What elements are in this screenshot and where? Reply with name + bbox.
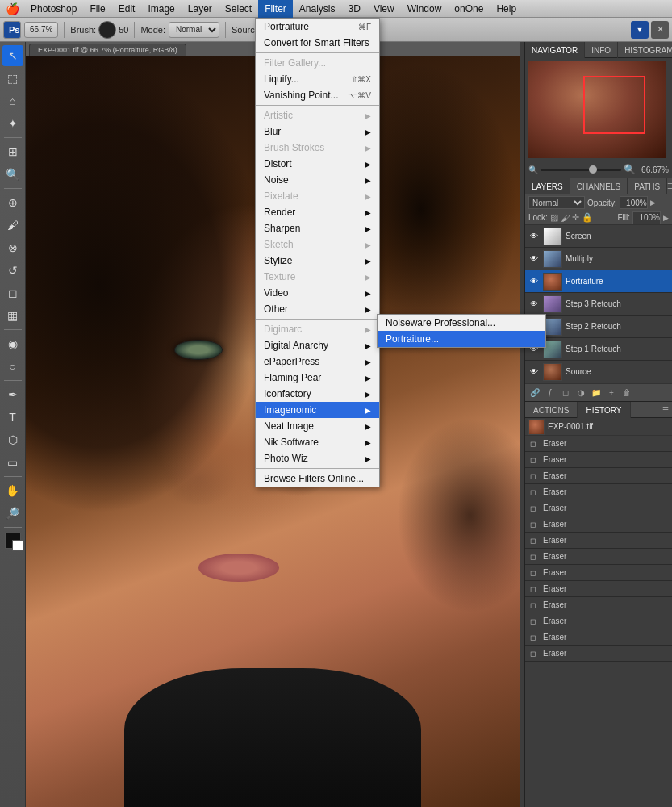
menu-onone[interactable]: onOne [448, 0, 490, 18]
fmenu-video[interactable]: Video ▶ [256, 285, 379, 301]
menu-edit[interactable]: Edit [112, 0, 142, 18]
tool-blur[interactable]: ◉ [2, 333, 23, 354]
blend-mode-select[interactable]: Normal [528, 196, 585, 209]
fill-input[interactable] [632, 211, 661, 224]
zoom-slider[interactable] [541, 169, 621, 171]
layer-delete-btn[interactable]: 🗑 [620, 387, 633, 399]
layer-row-multiply[interactable]: 👁 Multiply [525, 248, 672, 270]
tab-layers[interactable]: LAYERS [525, 178, 570, 194]
layer-adj-btn[interactable]: ◑ [574, 387, 587, 399]
smenu-noiseware[interactable]: Noiseware Professional... [378, 315, 545, 331]
layer-row-step3[interactable]: 👁 Step 3 Retouch [525, 293, 672, 316]
fmenu-liquify[interactable]: Liquify... ⇧⌘X [256, 71, 379, 87]
lock-image-btn[interactable]: 🖌 [561, 213, 570, 223]
tool-path[interactable]: ⬡ [2, 429, 23, 450]
current-layer-btn[interactable]: ▼ [631, 21, 649, 39]
history-item-8[interactable]: ◻Eraser [525, 565, 672, 581]
tab-histogram[interactable]: HISTOGRAM [618, 42, 672, 58]
zoom-slider-thumb[interactable] [589, 165, 597, 174]
lock-all-btn[interactable]: 🔒 [582, 212, 593, 223]
layer-mask-btn[interactable]: ◻ [559, 387, 572, 399]
menu-image[interactable]: Image [141, 0, 181, 18]
fmenu-vanishing-point[interactable]: Vanishing Point... ⌥⌘V [256, 87, 379, 103]
fmenu-render[interactable]: Render ▶ [256, 204, 379, 220]
history-item-11[interactable]: ◻Eraser [525, 613, 672, 629]
layer-visibility-step3[interactable]: 👁 [528, 299, 540, 310]
history-item-7[interactable]: ◻Eraser [525, 549, 672, 565]
menu-layer[interactable]: Layer [182, 0, 219, 18]
tool-text[interactable]: T [2, 407, 23, 428]
history-item-5[interactable]: ◻Eraser [525, 516, 672, 533]
lock-transparent-btn[interactable]: ▨ [550, 212, 558, 223]
fmenu-sharpen[interactable]: Sharpen ▶ [256, 220, 379, 236]
menu-analysis[interactable]: Analysis [293, 0, 342, 18]
tool-zoom[interactable]: 🔎 [2, 503, 23, 524]
fmenu-epaperpress[interactable]: ePaperPress ▶ [256, 353, 379, 370]
menu-3d[interactable]: 3D [342, 0, 367, 18]
tool-brush[interactable]: 🖌 [2, 215, 23, 236]
menu-view[interactable]: View [367, 0, 401, 18]
layer-row-portraiture[interactable]: 👁 Portraiture [525, 270, 672, 293]
tool-heal[interactable]: ⊕ [2, 192, 23, 213]
tool-eraser[interactable]: ◻ [2, 282, 23, 303]
tab-info[interactable]: INFO [585, 42, 618, 58]
fmenu-distort[interactable]: Distort ▶ [256, 156, 379, 172]
layer-style-btn[interactable]: ƒ [544, 387, 557, 399]
zoom-in-btn[interactable]: 🔍 [624, 164, 636, 175]
layer-row-source[interactable]: 👁 Source [525, 361, 672, 383]
canvas-tab[interactable]: EXP-0001.tif @ 66.7% (Portraiture, RGB/8… [29, 44, 186, 56]
history-item-6[interactable]: ◻Eraser [525, 533, 672, 549]
tool-lasso[interactable]: ⌂ [2, 90, 23, 111]
history-item-4[interactable]: ◻Eraser [525, 500, 672, 516]
tool-pen[interactable]: ✒ [2, 384, 23, 405]
fill-arrow[interactable]: ▶ [663, 214, 669, 222]
tool-gradient[interactable]: ▦ [2, 305, 23, 326]
tool-magic-wand[interactable]: ✦ [2, 113, 23, 134]
menu-photoshop[interactable]: Photoshop [24, 0, 83, 18]
history-item-10[interactable]: ◻Eraser [525, 597, 672, 613]
fmenu-neat-image[interactable]: Neat Image ▶ [256, 418, 379, 434]
brush-preview[interactable] [98, 21, 116, 39]
layer-link-btn[interactable]: 🔗 [528, 387, 541, 399]
layer-visibility-portraiture[interactable]: 👁 [528, 276, 540, 287]
layers-menu-btn[interactable]: ☰ [667, 182, 672, 190]
fmenu-convert-smart[interactable]: Convert for Smart Filters [256, 35, 379, 51]
fmenu-stylize[interactable]: Stylize ▶ [256, 253, 379, 269]
tab-actions[interactable]: ACTIONS [525, 402, 578, 418]
layer-visibility-multiply[interactable]: 👁 [528, 253, 540, 265]
layer-row-screen[interactable]: 👁 Screen [525, 225, 672, 248]
tab-paths[interactable]: PATHS [628, 178, 667, 194]
tool-crop[interactable]: ⊞ [2, 141, 23, 162]
tab-channels[interactable]: CHANNELS [570, 178, 628, 194]
history-item-12[interactable]: ◻Eraser [525, 629, 672, 646]
history-item-13[interactable]: ◻Eraser [525, 646, 672, 662]
tool-hand[interactable]: ✋ [2, 480, 23, 501]
zoom-out-btn[interactable]: 🔍 [528, 165, 538, 174]
menu-filter[interactable]: Filter [258, 0, 293, 18]
fmenu-flaming-pear[interactable]: Flaming Pear ▶ [256, 370, 379, 386]
layer-group-btn[interactable]: 📁 [590, 387, 603, 399]
opacity-input[interactable] [620, 196, 648, 209]
history-item-0[interactable]: ◻Eraser [525, 436, 672, 452]
menu-file[interactable]: File [83, 0, 111, 18]
history-menu-btn[interactable]: ☰ [662, 406, 669, 414]
tab-navigator[interactable]: NAVIGATOR [525, 42, 585, 58]
fmenu-noise[interactable]: Noise ▶ [256, 172, 379, 188]
layer-new-btn[interactable]: + [605, 387, 618, 399]
fmenu-nik-software[interactable]: Nik Software ▶ [256, 434, 379, 450]
menu-window[interactable]: Window [401, 0, 449, 18]
fmenu-browse-filters[interactable]: Browse Filters Online... [256, 470, 379, 487]
layer-visibility-screen[interactable]: 👁 [528, 231, 540, 242]
history-item-2[interactable]: ◻Eraser [525, 468, 672, 484]
tool-history-brush[interactable]: ↺ [2, 260, 23, 281]
tool-move[interactable]: ↖ [2, 45, 23, 66]
history-item-9[interactable]: ◻Eraser [525, 581, 672, 597]
apple-menu[interactable]: 🍎 [0, 2, 24, 15]
layer-visibility-source[interactable]: 👁 [528, 366, 540, 378]
lock-position-btn[interactable]: ✛ [572, 212, 579, 223]
menu-select[interactable]: Select [219, 0, 258, 18]
fmenu-blur[interactable]: Blur ▶ [256, 123, 379, 140]
fmenu-portraiture-top[interactable]: Portraiture ⌘F [256, 19, 379, 35]
foreground-color[interactable] [5, 533, 21, 549]
tool-eyedropper[interactable]: 🔍 [2, 164, 23, 185]
